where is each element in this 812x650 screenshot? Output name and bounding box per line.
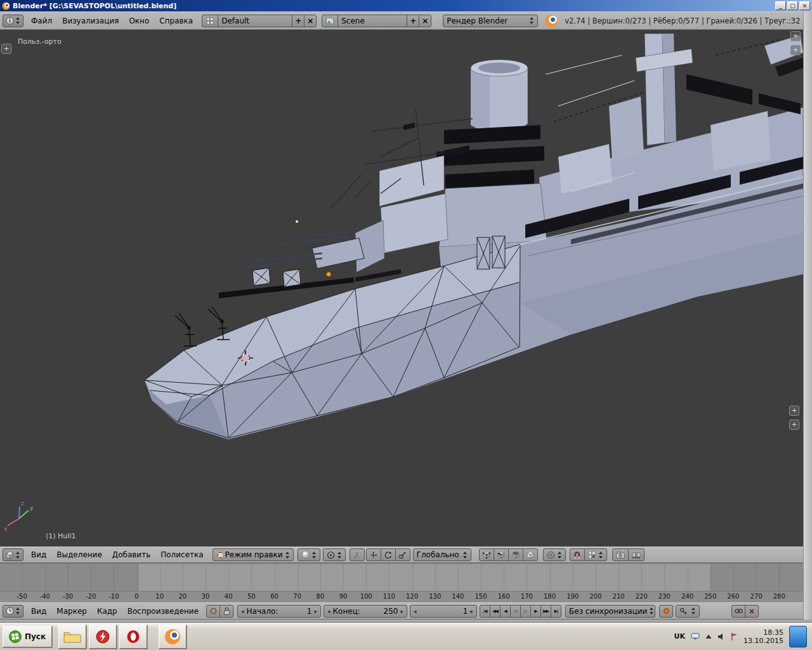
sync-mode-dropdown[interactable]: Без синхронизации (565, 605, 655, 618)
delete-keyframe-button[interactable]: × (745, 605, 759, 618)
quicklaunch-opera-button[interactable] (119, 625, 147, 649)
scene-add-button[interactable]: + (407, 15, 419, 27)
translate-manipulator-button[interactable] (366, 548, 381, 561)
start-button[interactable]: Пуск (3, 626, 52, 647)
preview-range-toggle-button[interactable] (206, 605, 220, 618)
rotate-manipulator-button[interactable] (381, 548, 396, 561)
language-indicator[interactable]: UK (674, 632, 685, 640)
decrement-arrow-icon[interactable]: ◂ (414, 608, 417, 614)
jump-to-start-button[interactable]: |◀ (480, 605, 490, 618)
previous-frame-button[interactable]: ◀ (500, 605, 511, 618)
jump-to-next-keyframe-button[interactable]: ▶▶ (540, 605, 551, 618)
menu-playback[interactable]: Воспроизведение (122, 607, 204, 616)
current-frame-field[interactable]: ◂ 1 ▸ (410, 605, 477, 618)
opengl-render-animation-button[interactable] (628, 548, 645, 561)
play-reverse-button[interactable]: ◁ (510, 605, 521, 618)
mode-dropdown[interactable]: Режим правки (213, 548, 294, 561)
quicklaunch-explorer-button[interactable] (58, 625, 86, 649)
layout-delete-button[interactable]: × (304, 15, 317, 27)
scene-delete-button[interactable]: × (419, 15, 431, 27)
layout-name-field[interactable]: Default (218, 15, 292, 27)
manipulator-toggle-button[interactable] (350, 548, 365, 561)
transform-orientation-dropdown[interactable]: Глобально (413, 548, 471, 561)
menu-add[interactable]: Добавить (107, 550, 155, 559)
layout-add-button[interactable]: + (292, 15, 304, 27)
timeline-tick-label: -30 (63, 593, 73, 600)
minimize-button[interactable]: _ (775, 1, 786, 10)
quicklaunch-blender-button[interactable] (159, 625, 187, 649)
region-expand-handle[interactable]: + (790, 45, 801, 55)
play-button[interactable]: ▷ (520, 605, 531, 618)
menu-file[interactable]: Файл (26, 17, 57, 25)
menu-mesh[interactable]: Полисетка (155, 550, 208, 559)
quicklaunch-daemon-button[interactable] (89, 625, 117, 649)
opera-icon (126, 629, 141, 644)
region-expand-handle[interactable]: + (789, 420, 799, 430)
menu-render[interactable]: Визуализация (57, 17, 124, 25)
window-title: Blender* [G:\SEVASTOPOL\untitled.blend] (13, 2, 774, 10)
menu-view[interactable]: Вид (26, 550, 51, 559)
render-engine-dropdown[interactable]: Рендер Blender (443, 15, 538, 27)
start-frame-field[interactable]: ◂ Начало: 1 ▸ (237, 605, 321, 618)
pivot-point-dropdown[interactable] (323, 548, 346, 561)
flag-tray-icon[interactable] (731, 633, 738, 640)
viewport-3d[interactable]: x y z Польз.-орто (1) Hull1 + + + + + (0, 30, 803, 547)
snap-toggle-button[interactable] (570, 548, 585, 561)
scale-manipulator-button[interactable] (395, 548, 410, 561)
jump-to-prev-keyframe-button[interactable]: ◀◀ (490, 605, 501, 618)
jump-to-end-button[interactable]: ▶| (551, 605, 561, 618)
viewport-shading-dropdown[interactable] (298, 548, 320, 561)
show-desktop-tray-button[interactable] (789, 626, 807, 647)
edge-select-button[interactable] (494, 548, 509, 561)
keying-set-dropdown[interactable] (676, 605, 700, 618)
hidden-icons-chevron-icon[interactable] (705, 634, 712, 639)
region-expand-handle[interactable]: + (790, 31, 801, 41)
sync-mode-value: Без синхронизации (569, 607, 647, 616)
scene-name-field[interactable]: Scene (337, 15, 407, 27)
layout-browse-button[interactable] (202, 15, 218, 27)
editor-type-selector[interactable] (3, 15, 23, 27)
timeline-track[interactable] (0, 563, 803, 591)
timeline-tick-label: 240 (681, 593, 693, 600)
window-titlebar[interactable]: Blender* [G:\SEVASTOPOL\untitled.blend] … (0, 0, 812, 11)
decrement-arrow-icon[interactable]: ◂ (241, 608, 244, 614)
editor-type-selector[interactable] (3, 605, 23, 618)
maximize-button[interactable]: □ (787, 1, 798, 10)
end-frame-field[interactable]: ◂ Конец: 250 ▸ (324, 605, 407, 618)
taskbar-clock[interactable]: 18:35 13.10.2015 (743, 628, 783, 645)
decrement-arrow-icon[interactable]: ◂ (327, 608, 331, 614)
close-button[interactable]: × (799, 1, 810, 10)
lock-time-cursor-button[interactable] (219, 605, 233, 618)
keyboard-tray-icon[interactable] (691, 633, 700, 640)
vertex-select-button[interactable] (479, 548, 494, 561)
volume-tray-icon[interactable] (717, 633, 725, 640)
opengl-render-image-button[interactable] (612, 548, 629, 561)
increment-arrow-icon[interactable]: ▸ (401, 608, 404, 614)
viewport-canvas[interactable]: x y z (0, 30, 803, 547)
menu-select[interactable]: Выделение (51, 550, 107, 559)
editor-type-selector[interactable] (3, 548, 23, 561)
insert-keyframe-link-button[interactable] (731, 605, 745, 618)
magnet-icon (573, 551, 581, 559)
next-frame-button[interactable]: ▶ (530, 605, 541, 618)
timeline-gridline (320, 564, 321, 591)
auto-keyframe-record-button[interactable] (659, 605, 673, 618)
menu-help[interactable]: Справка (154, 17, 198, 25)
menu-frame[interactable]: Кадр (92, 607, 122, 616)
occlude-geometry-icon (527, 551, 534, 559)
snap-element-dropdown[interactable] (584, 548, 607, 561)
current-frame-value: 1 (463, 607, 468, 616)
face-select-button[interactable] (508, 548, 523, 561)
increment-arrow-icon[interactable]: ▸ (471, 608, 474, 614)
menu-view[interactable]: Вид (26, 607, 51, 616)
limit-to-visible-button[interactable] (523, 548, 538, 561)
outside-range-shade (0, 564, 139, 591)
region-expand-handle[interactable]: + (789, 406, 799, 416)
increment-arrow-icon[interactable]: ▸ (315, 608, 318, 614)
region-expand-handle[interactable]: + (1, 44, 11, 54)
menu-window[interactable]: Окно (124, 17, 154, 25)
proportional-edit-dropdown[interactable] (543, 548, 566, 561)
scene-statistics: v2.74 | Вершин:0/273 | Рёбер:0/577 | Гра… (565, 17, 801, 25)
menu-marker[interactable]: Маркер (51, 607, 92, 616)
scene-browse-button[interactable] (322, 15, 338, 27)
